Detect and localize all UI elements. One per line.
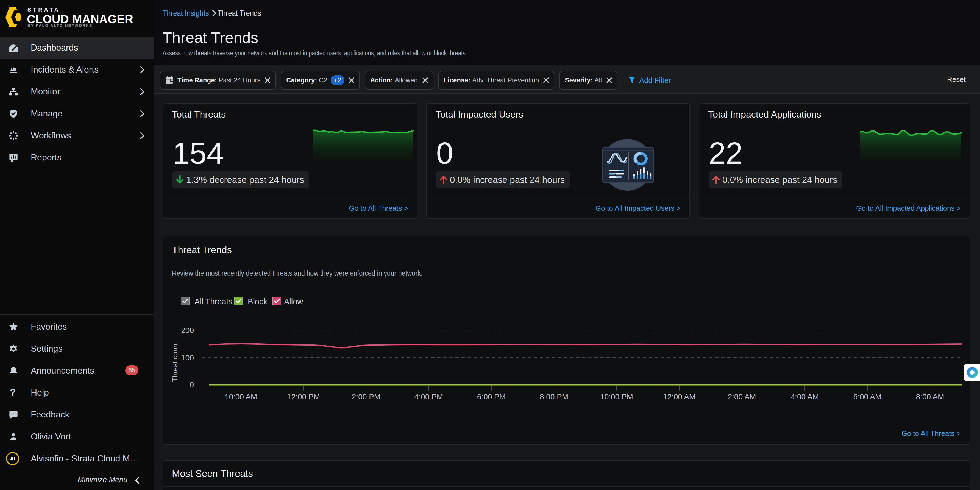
svg-text:8:00 AM: 8:00 AM (916, 393, 944, 401)
svg-text:200: 200 (181, 326, 194, 334)
svg-text:10:00 AM: 10:00 AM (225, 393, 257, 401)
svg-text:10:00 PM: 10:00 PM (600, 393, 633, 401)
svg-text:6:00 PM: 6:00 PM (477, 393, 506, 401)
svg-text:4:00 PM: 4:00 PM (414, 393, 443, 401)
svg-text:2:00 AM: 2:00 AM (728, 393, 756, 401)
svg-text:100: 100 (181, 353, 194, 362)
svg-text:4:00 AM: 4:00 AM (791, 393, 819, 401)
svg-text:0: 0 (189, 380, 194, 389)
svg-text:Threat count: Threat count (171, 341, 179, 382)
svg-text:6:00 AM: 6:00 AM (853, 393, 882, 401)
svg-text:8:00 PM: 8:00 PM (540, 393, 568, 401)
svg-text:12:00 PM: 12:00 PM (287, 393, 320, 401)
svg-text:12:00 AM: 12:00 AM (663, 393, 695, 401)
svg-text:2:00 PM: 2:00 PM (352, 393, 380, 401)
